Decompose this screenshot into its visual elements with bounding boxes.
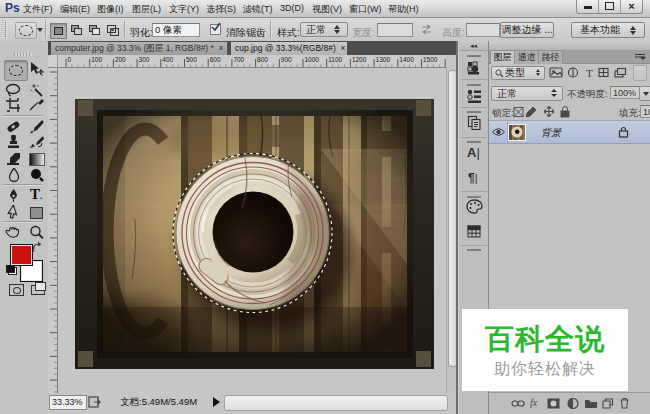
svg-text:900: 900 — [281, 56, 292, 63]
svg-text:400: 400 — [162, 56, 173, 63]
svg-text:700: 700 — [233, 56, 244, 63]
svg-text:500: 500 — [186, 56, 197, 63]
svg-text:1500: 1500 — [423, 56, 438, 63]
svg-text:600: 600 — [210, 56, 221, 63]
svg-text:800: 800 — [257, 56, 268, 63]
svg-text:1100: 1100 — [328, 56, 342, 63]
svg-text:0: 0 — [68, 56, 72, 63]
svg-text:1000: 1000 — [305, 56, 320, 63]
svg-text:100: 100 — [91, 56, 102, 63]
svg-text:1400: 1400 — [399, 56, 414, 63]
svg-text:T: T — [586, 67, 593, 79]
svg-text:300: 300 — [139, 56, 150, 63]
svg-text:1300: 1300 — [376, 56, 391, 63]
svg-text:1200: 1200 — [352, 56, 367, 63]
svg-text:200: 200 — [115, 56, 126, 63]
